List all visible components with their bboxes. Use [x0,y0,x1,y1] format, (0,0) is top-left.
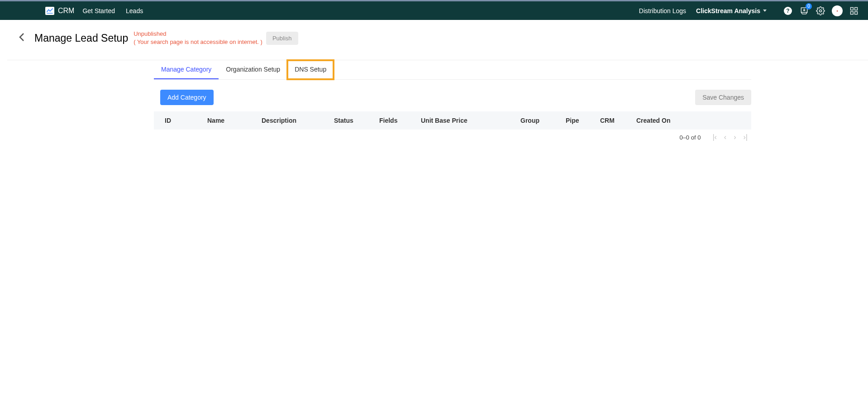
pager-next-icon[interactable]: › [734,133,736,141]
status-line2: ( Your search page is not accessible on … [134,38,262,46]
pager-range: 0–0 of 0 [679,134,701,141]
notification-badge: 0 [806,3,812,10]
add-category-button[interactable]: Add Category [160,90,214,105]
nav-leads[interactable]: Leads [126,7,143,14]
pager: 0–0 of 0 |‹ ‹ › ›| [154,130,751,145]
tab-dns-setup[interactable]: DNS Setup [287,60,334,79]
brand-label: CRM [58,7,74,15]
inbox-icon[interactable]: 0 [799,6,809,16]
help-icon[interactable]: ? [783,6,793,16]
nav-clickstream-label: ClickStream Analysis [696,7,760,14]
logo-icon [45,7,54,15]
svg-rect-5 [855,11,858,14]
col-status: Status [334,117,379,124]
save-changes-button[interactable]: Save Changes [695,90,751,105]
col-fields: Fields [379,117,421,124]
col-created-on: Created On [636,117,704,124]
publish-button[interactable]: Publish [266,32,298,45]
pager-first-icon[interactable]: |‹ [712,133,716,141]
apps-icon[interactable] [849,6,859,16]
avatar[interactable]: ● [832,5,843,16]
publish-status: Unpublished ( Your search page is not ac… [134,30,262,46]
main-content: Manage Category Organization Setup DNS S… [154,60,751,145]
tabs-row: Manage Category Organization Setup DNS S… [154,60,751,80]
col-name: Name [207,117,262,124]
nav-get-started[interactable]: Get Started [82,7,115,14]
chevron-down-icon [763,10,767,12]
svg-rect-3 [855,7,858,10]
nav-distribution-logs[interactable]: Distribution Logs [639,7,686,14]
svg-rect-2 [851,7,854,10]
col-pipe: Pipe [566,117,600,124]
status-line1: Unpublished [134,30,262,38]
col-unit-base-price: Unit Base Price [421,117,520,124]
top-bar: CRM Get Started Leads Distribution Logs … [0,0,868,20]
actions-row: Add Category Save Changes [154,80,751,111]
pager-last-icon[interactable]: ›| [744,133,748,141]
tab-organization-setup[interactable]: Organization Setup [219,60,287,79]
col-crm: CRM [600,117,636,124]
svg-point-1 [820,10,822,12]
settings-icon[interactable] [816,6,825,16]
back-icon[interactable] [18,32,25,44]
nav-clickstream-analysis[interactable]: ClickStream Analysis [696,7,767,14]
col-id: ID [162,117,207,124]
svg-rect-4 [851,11,854,14]
pager-prev-icon[interactable]: ‹ [724,133,726,141]
col-group: Group [520,117,566,124]
page-title: Manage Lead Setup [34,32,128,44]
page-header: Manage Lead Setup Unpublished ( Your sea… [0,20,868,60]
col-description: Description [262,117,334,124]
table-header: ID Name Description Status Fields Unit B… [154,111,751,130]
tab-manage-category[interactable]: Manage Category [154,60,219,79]
